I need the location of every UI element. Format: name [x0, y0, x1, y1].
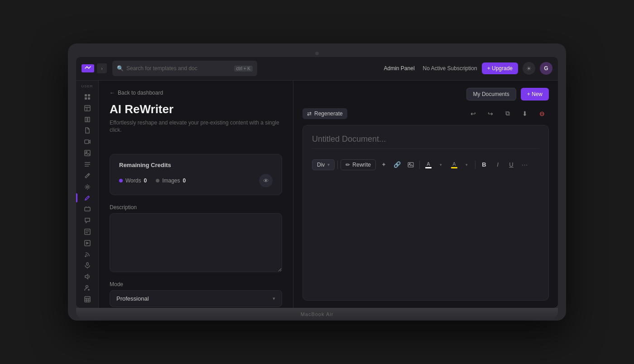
- sidebar-icon-caption[interactable]: [80, 227, 95, 237]
- sidebar-icon-table[interactable]: [80, 294, 95, 305]
- words-value: 0: [144, 177, 147, 184]
- images-dot: [156, 179, 159, 182]
- sidebar-icon-edit[interactable]: [80, 170, 95, 181]
- sidebar-icon-doc[interactable]: [80, 125, 95, 136]
- svg-rect-0: [85, 94, 87, 96]
- sidebar-icon-image[interactable]: [80, 148, 95, 158]
- sidebar-icon-gallery[interactable]: [80, 204, 95, 215]
- upgrade-button[interactable]: + Upgrade: [482, 62, 518, 74]
- header-left: ← Back to dashboard AI ReWriter Effortle…: [110, 90, 282, 145]
- mode-label: Mode: [110, 281, 282, 287]
- images-value: 0: [183, 177, 186, 184]
- editor-area: Untitled Document... Div ▾ ✏ Rewrite: [303, 125, 549, 301]
- svg-rect-3: [88, 97, 90, 100]
- sidebar-icon-play[interactable]: [80, 238, 95, 248]
- svg-rect-4: [85, 105, 90, 111]
- highlight-button[interactable]: A: [448, 159, 460, 171]
- text-color-button[interactable]: A: [423, 159, 434, 171]
- images-credit: Images 0: [156, 177, 186, 184]
- rewrite-button[interactable]: ✏ Rewrite: [341, 159, 376, 170]
- sidebar-icon-mic[interactable]: [80, 260, 95, 271]
- link-button[interactable]: 🔗: [391, 159, 403, 171]
- search-placeholder: Search for templates and doc: [126, 65, 197, 72]
- credits-box: Remaining Credits Words 0 Images: [110, 154, 282, 195]
- toggle-credits-button[interactable]: 👁: [259, 174, 273, 187]
- format-bar: Div ▾ ✏ Rewrite ✦ 🔗: [312, 156, 539, 173]
- mode-chevron-icon: ▾: [273, 296, 275, 302]
- my-documents-button[interactable]: My Documents: [466, 88, 516, 101]
- back-link[interactable]: ← Back to dashboard: [110, 90, 282, 96]
- svg-point-21: [86, 286, 88, 288]
- sidebar: USER: [76, 81, 99, 308]
- page-subtitle: Effortlessly reshape and elevate your pr…: [110, 119, 282, 134]
- laptop-base: MacBook Air: [76, 308, 558, 321]
- text-color-chevron[interactable]: ▾: [435, 159, 447, 171]
- mode-select[interactable]: Professional ▾: [110, 290, 282, 307]
- back-arrow-icon: ←: [110, 90, 115, 96]
- block-chevron-icon: ▾: [327, 162, 330, 167]
- bold-button[interactable]: B: [478, 159, 490, 171]
- screen-content: › 🔍 Search for templates and doc ctrl + …: [76, 57, 558, 308]
- separator-2: [419, 161, 420, 169]
- italic-button[interactable]: I: [492, 159, 504, 171]
- svg-point-13: [86, 186, 88, 188]
- highlight-color-group: A ▾: [448, 159, 472, 171]
- magic-button[interactable]: ✦: [378, 159, 389, 171]
- logo-icon: [82, 64, 94, 72]
- sidebar-icon-video[interactable]: [80, 137, 95, 147]
- sidebar-icon-layout[interactable]: [80, 103, 95, 113]
- block-type-select[interactable]: Div ▾: [312, 159, 335, 170]
- sidebar-icon-user-plus[interactable]: [80, 283, 95, 293]
- sidebar-label: USER: [81, 84, 93, 88]
- text-color-group: A ▾: [423, 159, 447, 171]
- regenerate-button[interactable]: ⇄ Regenerate: [303, 108, 347, 119]
- sidebar-icon-settings[interactable]: [80, 182, 95, 192]
- credits-row: Words 0 Images 0 👁: [119, 174, 273, 187]
- regenerate-icon: ⇄: [307, 110, 312, 117]
- svg-rect-7: [85, 140, 89, 144]
- logo-area: ›: [82, 63, 107, 73]
- sidebar-icon-list[interactable]: [80, 159, 95, 170]
- search-bar[interactable]: 🔍 Search for templates and doc ctrl + K: [112, 61, 257, 76]
- topbar-right: Admin Panel No Active Subscription + Upg…: [380, 62, 552, 75]
- svg-rect-1: [88, 94, 90, 96]
- credits-title: Remaining Credits: [119, 162, 273, 168]
- content-area: ← Back to dashboard AI ReWriter Effortle…: [99, 81, 558, 308]
- words-dot: [119, 179, 123, 182]
- description-textarea[interactable]: [110, 213, 282, 272]
- new-document-button[interactable]: + New: [521, 88, 549, 101]
- svg-rect-24: [85, 297, 90, 302]
- separator-3: [475, 161, 476, 169]
- redo-button[interactable]: ↪: [484, 107, 497, 120]
- no-subscription-status: No Active Subscription: [423, 65, 477, 72]
- svg-rect-20: [86, 263, 88, 265]
- underline-button[interactable]: U: [505, 159, 517, 171]
- sidebar-icon-grid[interactable]: [80, 92, 95, 102]
- page-title: AI ReWriter: [110, 102, 282, 116]
- admin-panel-button[interactable]: Admin Panel: [380, 63, 418, 73]
- words-credit: Words 0: [119, 177, 147, 184]
- sidebar-icon-rss[interactable]: [80, 249, 95, 259]
- expand-sidebar-button[interactable]: ›: [97, 63, 107, 73]
- sidebar-icon-book[interactable]: [80, 114, 95, 125]
- laptop-frame: › 🔍 Search for templates and doc ctrl + …: [68, 43, 566, 321]
- svg-point-30: [409, 163, 410, 164]
- more-options-button[interactable]: ···: [519, 159, 531, 171]
- theme-toggle-button[interactable]: ☀: [523, 62, 535, 75]
- download-button[interactable]: ⬇: [518, 107, 532, 120]
- highlight-chevron[interactable]: ▾: [461, 159, 472, 171]
- sidebar-icon-chat[interactable]: [80, 216, 95, 226]
- laptop-model: MacBook Air: [301, 311, 334, 317]
- undo-button[interactable]: ↩: [466, 107, 480, 120]
- svg-rect-2: [85, 97, 87, 100]
- sidebar-icon-speaker[interactable]: [80, 272, 95, 282]
- right-panel: My Documents + New ⇄ Regenerate ↩ ↪: [293, 81, 558, 308]
- mode-value: Professional: [116, 295, 149, 302]
- description-label: Description: [110, 204, 282, 211]
- camera-notch: [315, 52, 319, 55]
- sidebar-icon-pen[interactable]: [80, 193, 95, 203]
- delete-button[interactable]: ⊖: [535, 107, 549, 120]
- copy-button[interactable]: ⧉: [501, 107, 514, 120]
- avatar[interactable]: G: [540, 62, 552, 75]
- image-insert-button[interactable]: [405, 159, 417, 171]
